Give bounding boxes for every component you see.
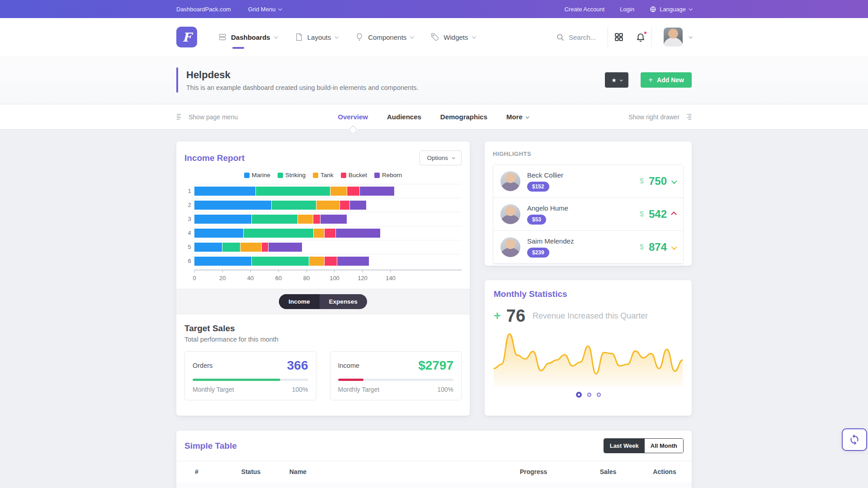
- show-right-drawer-button[interactable]: Show right drawer: [628, 113, 692, 121]
- active-nav-underline: [232, 47, 244, 49]
- tab-audiences[interactable]: Audiences: [387, 104, 421, 129]
- grid-menu-link[interactable]: Grid Menu: [248, 6, 282, 13]
- language-menu[interactable]: Language: [650, 6, 692, 13]
- chevron-down-icon[interactable]: [671, 178, 677, 184]
- tab-demographics[interactable]: Demographics: [440, 104, 487, 129]
- star-dropdown-button[interactable]: ★: [605, 72, 628, 88]
- nav-item-components[interactable]: Components: [355, 33, 413, 42]
- login-link[interactable]: Login: [620, 6, 634, 13]
- bar-segment-reborn[interactable]: [350, 201, 367, 210]
- legend-item-striking[interactable]: Striking: [278, 172, 306, 178]
- legend-item-bucket[interactable]: Bucket: [341, 172, 367, 178]
- refresh-floating-button[interactable]: [842, 428, 867, 451]
- carousel-dot[interactable]: [576, 392, 582, 398]
- bar-segment-bucket[interactable]: [340, 201, 350, 210]
- target-sales-section: Target Sales Total performance for this …: [176, 314, 470, 411]
- chevron-down-icon: [525, 115, 529, 118]
- nav-item-dashboards[interactable]: Dashboards: [218, 33, 277, 42]
- bar-track: [194, 187, 462, 196]
- tab-overview[interactable]: Overview: [338, 104, 368, 129]
- bar-segment-tank[interactable]: [314, 229, 325, 238]
- chevron-up-icon[interactable]: [671, 211, 677, 217]
- options-label: Options: [427, 155, 448, 161]
- toggle-expenses[interactable]: Expenses: [320, 294, 367, 309]
- bar-segment-tank[interactable]: [241, 243, 262, 252]
- toggle-last-week[interactable]: Last Week: [604, 439, 645, 453]
- bar-segment-reborn[interactable]: [360, 187, 395, 196]
- bar-segment-marine[interactable]: [194, 243, 222, 252]
- carousel-dot[interactable]: [587, 393, 591, 397]
- language-label: Language: [660, 6, 686, 13]
- bar-segment-bucket[interactable]: [325, 257, 337, 266]
- bar-segment-tank[interactable]: [330, 187, 347, 196]
- legend-item-reborn[interactable]: Reborn: [374, 172, 402, 178]
- stat-value: $2797: [418, 358, 453, 373]
- tab-more[interactable]: More: [506, 104, 528, 129]
- add-new-label: Add New: [657, 76, 684, 84]
- create-account-link[interactable]: Create Account: [564, 6, 604, 13]
- income-expenses-toggle: Income Expenses: [279, 294, 367, 309]
- globe-icon: [650, 6, 656, 13]
- bar-segment-reborn[interactable]: [337, 257, 369, 266]
- bar-segment-reborn[interactable]: [269, 243, 302, 252]
- search-icon: [556, 33, 565, 42]
- highlight-name: Angelo Hume: [527, 204, 568, 212]
- show-page-menu-button[interactable]: Show page menu: [176, 113, 238, 121]
- bar-segment-tank[interactable]: [316, 201, 340, 210]
- bar-segment-tank[interactable]: [309, 257, 325, 266]
- app-logo[interactable]: F: [176, 27, 197, 47]
- legend-item-marine[interactable]: Marine: [244, 172, 270, 178]
- carousel-dot[interactable]: [597, 393, 601, 397]
- user-menu[interactable]: [652, 28, 692, 47]
- bar-segment-bucket[interactable]: [262, 243, 269, 252]
- add-new-button[interactable]: +Add New: [641, 72, 692, 88]
- lightbulb-icon: [355, 33, 364, 42]
- highlight-info: Saim Melendez$239: [527, 237, 574, 258]
- bar-segment-marine[interactable]: [194, 257, 252, 266]
- apps-grid-button[interactable]: [614, 32, 624, 42]
- bar-segment-bucket[interactable]: [325, 229, 336, 238]
- nav-item-widgets[interactable]: Widgets: [430, 33, 475, 42]
- grid-menu-label: Grid Menu: [248, 6, 276, 13]
- bar-segment-striking[interactable]: [256, 187, 330, 196]
- x-axis: 020406080100120140: [194, 270, 462, 283]
- options-button[interactable]: Options: [420, 150, 462, 165]
- brand-link[interactable]: DashboardPack.com: [176, 6, 231, 13]
- bar-segment-tank[interactable]: [298, 215, 313, 224]
- menu-lines-icon: [684, 113, 692, 120]
- toggle-all-month[interactable]: All Month: [645, 439, 683, 453]
- bar-segment-bucket[interactable]: [313, 215, 321, 224]
- search-input[interactable]: Search...: [556, 33, 608, 42]
- nav-item-layouts[interactable]: Layouts: [294, 33, 338, 42]
- toggle-income[interactable]: Income: [279, 294, 319, 309]
- bar-segment-striking[interactable]: [272, 201, 316, 210]
- tab-label: Overview: [338, 113, 368, 121]
- bar-segment-striking[interactable]: [252, 257, 309, 266]
- bar-category-label: 6: [184, 258, 194, 264]
- chevron-down-icon[interactable]: [671, 244, 677, 250]
- grid-icon: [614, 32, 624, 42]
- highlight-item[interactable]: Beck Collier$152$750: [493, 165, 683, 198]
- bar-segment-marine[interactable]: [194, 201, 272, 210]
- highlight-item[interactable]: Saim Melendez$239$874: [493, 231, 683, 264]
- bar-segment-bucket[interactable]: [347, 187, 360, 196]
- income-report-title: Income Report: [184, 153, 245, 163]
- highlight-amount: $874: [640, 241, 676, 253]
- bar-segment-reborn[interactable]: [336, 229, 381, 238]
- chevron-down-icon: [620, 78, 623, 81]
- bar-segment-striking[interactable]: [244, 229, 314, 238]
- bar-category-label: 1: [184, 188, 194, 194]
- bar-segment-marine[interactable]: [194, 215, 252, 224]
- bar-segment-marine[interactable]: [194, 229, 244, 238]
- notifications-button[interactable]: [636, 32, 646, 42]
- bar-segment-striking[interactable]: [222, 243, 241, 252]
- legend-swatch: [313, 173, 318, 178]
- stack-icon: [218, 33, 227, 42]
- bar-segment-striking[interactable]: [252, 215, 298, 224]
- bar-segment-marine[interactable]: [194, 187, 256, 196]
- legend-item-tank[interactable]: Tank: [313, 172, 334, 178]
- highlight-item[interactable]: Angelo Hume$53$542: [493, 198, 683, 231]
- menu-lines-icon: [176, 113, 184, 120]
- bar-segment-reborn[interactable]: [321, 215, 347, 224]
- stat-footer-value: 100%: [437, 386, 453, 393]
